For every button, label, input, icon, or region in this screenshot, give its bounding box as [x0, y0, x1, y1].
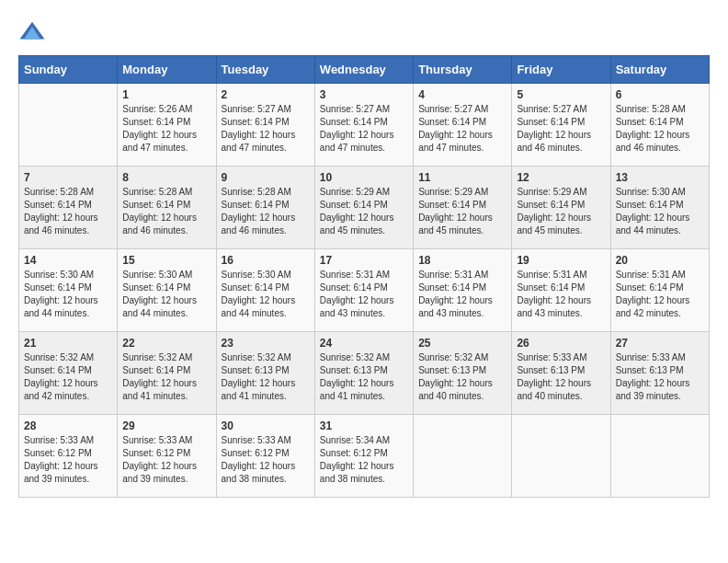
day-info: Sunrise: 5:31 AMSunset: 6:14 PMDaylight:…: [616, 269, 704, 320]
sunrise-text: Sunrise: 5:30 AM: [122, 269, 210, 282]
daylight-text: Daylight: 12 hours and 47 minutes.: [320, 129, 408, 155]
calendar-cell: 19Sunrise: 5:31 AMSunset: 6:14 PMDayligh…: [512, 249, 610, 332]
calendar-cell: 18Sunrise: 5:31 AMSunset: 6:14 PMDayligh…: [414, 249, 512, 332]
day-info: Sunrise: 5:28 AMSunset: 6:14 PMDaylight:…: [122, 186, 210, 237]
calendar-cell: 12Sunrise: 5:29 AMSunset: 6:14 PMDayligh…: [512, 167, 610, 249]
sunrise-text: Sunrise: 5:31 AM: [320, 269, 408, 282]
daylight-text: Daylight: 12 hours and 39 minutes.: [616, 377, 704, 403]
day-number: 7: [24, 171, 112, 184]
calendar-cell: 16Sunrise: 5:30 AMSunset: 6:14 PMDayligh…: [216, 249, 314, 332]
day-info: Sunrise: 5:33 AMSunset: 6:12 PMDaylight:…: [122, 434, 210, 486]
day-number: 20: [616, 254, 704, 267]
daylight-text: Daylight: 12 hours and 43 minutes.: [517, 294, 605, 320]
logo-icon: [18, 18, 46, 46]
day-info: Sunrise: 5:29 AMSunset: 6:14 PMDaylight:…: [418, 186, 506, 237]
day-number: 4: [418, 88, 506, 101]
sunset-text: Sunset: 6:14 PM: [616, 116, 704, 129]
daylight-text: Daylight: 12 hours and 46 minutes.: [122, 212, 210, 237]
header: [18, 18, 710, 46]
day-number: 2: [222, 88, 310, 101]
calendar-cell: 13Sunrise: 5:30 AMSunset: 6:14 PMDayligh…: [610, 167, 709, 249]
day-info: Sunrise: 5:32 AMSunset: 6:13 PMDaylight:…: [320, 351, 408, 403]
calendar-cell: 25Sunrise: 5:32 AMSunset: 6:13 PMDayligh…: [414, 332, 512, 415]
sunrise-text: Sunrise: 5:33 AM: [24, 434, 112, 447]
daylight-text: Daylight: 12 hours and 46 minutes.: [24, 212, 112, 237]
sunset-text: Sunset: 6:14 PM: [24, 364, 112, 377]
day-info: Sunrise: 5:31 AMSunset: 6:14 PMDaylight:…: [517, 269, 605, 320]
day-info: Sunrise: 5:28 AMSunset: 6:14 PMDaylight:…: [24, 186, 112, 237]
day-number: 21: [24, 337, 112, 350]
sunrise-text: Sunrise: 5:26 AM: [122, 103, 210, 116]
sunset-text: Sunset: 6:14 PM: [418, 282, 506, 294]
logo: [18, 18, 50, 46]
calendar-cell: 4Sunrise: 5:27 AMSunset: 6:14 PMDaylight…: [414, 84, 512, 167]
calendar-cell: 31Sunrise: 5:34 AMSunset: 6:12 PMDayligh…: [314, 415, 413, 498]
sunset-text: Sunset: 6:14 PM: [320, 282, 408, 294]
sunset-text: Sunset: 6:14 PM: [320, 116, 408, 129]
daylight-text: Daylight: 12 hours and 45 minutes.: [517, 212, 605, 237]
daylight-text: Daylight: 12 hours and 46 minutes.: [616, 129, 704, 155]
sunrise-text: Sunrise: 5:28 AM: [222, 186, 310, 199]
day-info: Sunrise: 5:34 AMSunset: 6:12 PMDaylight:…: [320, 434, 408, 486]
day-number: 25: [418, 337, 506, 350]
sunset-text: Sunset: 6:13 PM: [517, 364, 605, 377]
day-info: Sunrise: 5:33 AMSunset: 6:12 PMDaylight:…: [24, 434, 112, 486]
day-number: 8: [122, 171, 210, 184]
day-info: Sunrise: 5:33 AMSunset: 6:13 PMDaylight:…: [616, 351, 704, 403]
day-info: Sunrise: 5:27 AMSunset: 6:14 PMDaylight:…: [517, 103, 605, 155]
day-number: 27: [616, 337, 704, 350]
day-header-thursday: Thursday: [414, 56, 512, 84]
sunset-text: Sunset: 6:14 PM: [517, 116, 605, 129]
calendar-cell: 1Sunrise: 5:26 AMSunset: 6:14 PMDaylight…: [118, 84, 216, 167]
calendar-cell: [610, 415, 709, 498]
sunrise-text: Sunrise: 5:27 AM: [320, 103, 408, 116]
day-number: 14: [24, 254, 112, 267]
daylight-text: Daylight: 12 hours and 45 minutes.: [418, 212, 506, 237]
calendar-cell: 26Sunrise: 5:33 AMSunset: 6:13 PMDayligh…: [512, 332, 610, 415]
sunset-text: Sunset: 6:14 PM: [122, 199, 210, 212]
calendar-cell: 29Sunrise: 5:33 AMSunset: 6:12 PMDayligh…: [118, 415, 216, 498]
day-info: Sunrise: 5:27 AMSunset: 6:14 PMDaylight:…: [418, 103, 506, 155]
sunrise-text: Sunrise: 5:32 AM: [24, 351, 112, 364]
daylight-text: Daylight: 12 hours and 45 minutes.: [320, 212, 408, 237]
week-row-4: 21Sunrise: 5:32 AMSunset: 6:14 PMDayligh…: [19, 332, 710, 415]
daylight-text: Daylight: 12 hours and 41 minutes.: [122, 377, 210, 403]
week-row-1: 1Sunrise: 5:26 AMSunset: 6:14 PMDaylight…: [19, 84, 710, 167]
calendar-cell: 11Sunrise: 5:29 AMSunset: 6:14 PMDayligh…: [414, 167, 512, 249]
day-info: Sunrise: 5:28 AMSunset: 6:14 PMDaylight:…: [222, 186, 310, 237]
sunset-text: Sunset: 6:12 PM: [222, 447, 310, 460]
calendar-cell: 23Sunrise: 5:32 AMSunset: 6:13 PMDayligh…: [216, 332, 314, 415]
day-number: 31: [320, 419, 408, 432]
calendar-cell: 24Sunrise: 5:32 AMSunset: 6:13 PMDayligh…: [314, 332, 413, 415]
sunrise-text: Sunrise: 5:28 AM: [616, 103, 704, 116]
calendar-cell: 5Sunrise: 5:27 AMSunset: 6:14 PMDaylight…: [512, 84, 610, 167]
sunrise-text: Sunrise: 5:33 AM: [517, 351, 605, 364]
day-number: 23: [222, 337, 310, 350]
sunrise-text: Sunrise: 5:29 AM: [517, 186, 605, 199]
calendar-cell: 14Sunrise: 5:30 AMSunset: 6:14 PMDayligh…: [19, 249, 118, 332]
day-header-friday: Friday: [512, 56, 610, 84]
day-info: Sunrise: 5:27 AMSunset: 6:14 PMDaylight:…: [320, 103, 408, 155]
sunrise-text: Sunrise: 5:27 AM: [418, 103, 506, 116]
calendar-cell: 3Sunrise: 5:27 AMSunset: 6:14 PMDaylight…: [314, 84, 413, 167]
calendar-cell: [414, 415, 512, 498]
day-info: Sunrise: 5:26 AMSunset: 6:14 PMDaylight:…: [122, 103, 210, 155]
sunset-text: Sunset: 6:14 PM: [616, 282, 704, 294]
daylight-text: Daylight: 12 hours and 42 minutes.: [616, 294, 704, 320]
sunset-text: Sunset: 6:13 PM: [222, 364, 310, 377]
daylight-text: Daylight: 12 hours and 46 minutes.: [517, 129, 605, 155]
sunset-text: Sunset: 6:14 PM: [616, 199, 704, 212]
day-info: Sunrise: 5:30 AMSunset: 6:14 PMDaylight:…: [24, 269, 112, 320]
calendar-cell: 6Sunrise: 5:28 AMSunset: 6:14 PMDaylight…: [610, 84, 709, 167]
daylight-text: Daylight: 12 hours and 44 minutes.: [222, 294, 310, 320]
sunrise-text: Sunrise: 5:30 AM: [24, 269, 112, 282]
sunrise-text: Sunrise: 5:32 AM: [418, 351, 506, 364]
calendar-cell: [19, 84, 118, 167]
daylight-text: Daylight: 12 hours and 39 minutes.: [122, 460, 210, 486]
day-header-monday: Monday: [118, 56, 216, 84]
sunrise-text: Sunrise: 5:32 AM: [222, 351, 310, 364]
daylight-text: Daylight: 12 hours and 43 minutes.: [320, 294, 408, 320]
calendar-cell: 15Sunrise: 5:30 AMSunset: 6:14 PMDayligh…: [118, 249, 216, 332]
day-info: Sunrise: 5:31 AMSunset: 6:14 PMDaylight:…: [418, 269, 506, 320]
calendar-cell: 27Sunrise: 5:33 AMSunset: 6:13 PMDayligh…: [610, 332, 709, 415]
